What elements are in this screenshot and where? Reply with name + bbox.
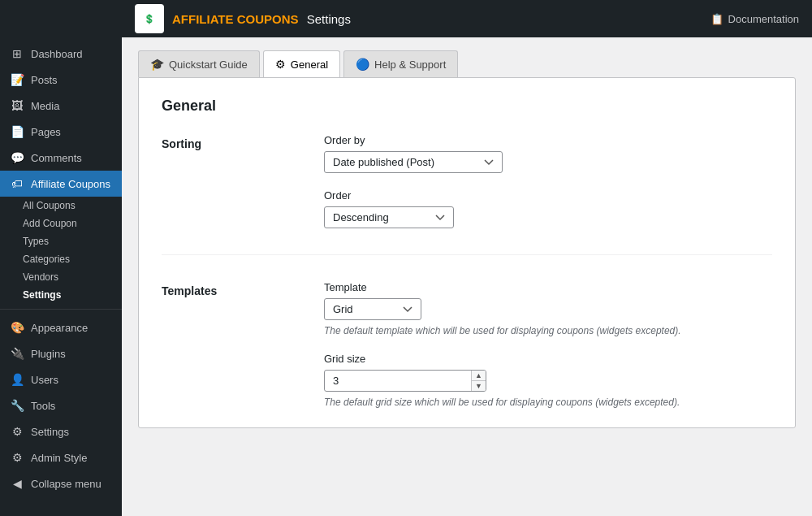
sidebar-item-settings[interactable]: ⚙ Settings [0,418,122,444]
users-icon: 👤 [10,373,24,386]
order-label: Order [324,189,772,202]
order-group: Order Descending Ascending [324,189,772,228]
sidebar-item-label: Settings [31,426,69,438]
sidebar: ⊞ Dashboard 📝 Posts 🖼 Media 📄 Pages 💬 Co… [0,37,122,516]
template-group: Template Grid List Compact The default t… [324,281,772,336]
tab-help-label: Help & Support [374,59,446,71]
submenu-categories[interactable]: Categories [0,250,122,268]
templates-label: Templates [162,281,292,408]
templates-fields: Template Grid List Compact The default t… [324,281,772,408]
template-hint: The default template which will be used … [324,325,772,336]
sidebar-item-tools[interactable]: 🔧 Tools [0,392,122,418]
tab-quickstart[interactable]: 🎓 Quickstart Guide [138,50,260,77]
sidebar-item-affiliate-coupons[interactable]: 🏷 Affiliate Coupons [0,171,122,197]
submenu-all-coupons[interactable]: All Coupons [0,197,122,215]
sidebar-item-label: Affiliate Coupons [31,178,110,190]
sidebar-item-collapse-menu[interactable]: ◀ Collapse menu [0,470,122,496]
pages-icon: 📄 [10,125,24,138]
sidebar-item-label: Appearance [31,322,88,334]
documentation-link[interactable]: 📋 Documentation [710,13,799,25]
grid-size-group: Grid size ▲ ▼ The default grid size whic… [324,353,772,408]
doc-icon: 📋 [710,13,723,25]
affiliate-coupons-icon: 🏷 [10,177,24,190]
sidebar-item-posts[interactable]: 📝 Posts [0,67,122,93]
brand-area: 💲 AFFILIATE COUPONS Settings [135,4,351,33]
sidebar-item-label: Media [31,100,59,112]
tab-general[interactable]: ⚙ General [263,50,340,77]
sidebar-item-label: Collapse menu [31,478,102,490]
template-label: Template [324,281,772,293]
main-layout: ⊞ Dashboard 📝 Posts 🖼 Media 📄 Pages 💬 Co… [0,37,812,516]
submenu-types[interactable]: Types [0,232,122,250]
tabs-bar: 🎓 Quickstart Guide ⚙ General 🔵 Help & Su… [122,37,812,77]
templates-row: Templates Template Grid List Compact The… [162,281,772,408]
template-select[interactable]: Grid List Compact [324,298,421,320]
appearance-icon: 🎨 [10,321,24,334]
tab-quickstart-label: Quickstart Guide [169,59,248,71]
content-card: General Sorting Order by Date published … [138,77,796,428]
order-select[interactable]: Descending Ascending [324,206,454,228]
quickstart-icon: 🎓 [150,58,164,71]
sorting-fields: Order by Date published (Post) Date modi… [324,134,772,228]
sorting-row: Sorting Order by Date published (Post) D… [162,134,772,255]
submenu-add-coupon[interactable]: Add Coupon [0,215,122,232]
submenu-settings[interactable]: Settings [0,286,122,304]
grid-size-wrapper: ▲ ▼ [324,370,486,392]
sidebar-item-comments[interactable]: 💬 Comments [0,145,122,171]
tab-general-label: General [291,59,328,71]
grid-size-label: Grid size [324,353,772,365]
sidebar-item-admin-style[interactable]: ⚙ Admin Style [0,444,122,470]
sidebar-item-label: Plugins [31,348,66,360]
sidebar-divider [0,309,122,310]
sidebar-item-users[interactable]: 👤 Users [0,366,122,392]
sidebar-item-label: Tools [31,400,55,412]
media-icon: 🖼 [10,99,24,112]
brand-name: AFFILIATE COUPONS [172,12,302,26]
tab-help-support[interactable]: 🔵 Help & Support [343,50,458,77]
order-by-select[interactable]: Date published (Post) Date modified (Pos… [324,151,503,173]
sidebar-item-media[interactable]: 🖼 Media [0,93,122,119]
brand-logo: 💲 [135,4,164,33]
collapse-menu-icon: ◀ [10,477,24,490]
sorting-label: Sorting [162,134,292,228]
sidebar-item-plugins[interactable]: 🔌 Plugins [0,340,122,366]
submenu-vendors[interactable]: Vendors [0,268,122,286]
grid-size-spinners: ▲ ▼ [471,371,486,391]
sidebar-item-label: Posts [31,74,58,86]
sidebar-item-dashboard[interactable]: ⊞ Dashboard [0,41,122,67]
sidebar-item-label: Admin Style [31,452,87,464]
sidebar-item-appearance[interactable]: 🎨 Appearance [0,314,122,340]
grid-size-hint: The default grid size which will be used… [324,397,772,408]
sidebar-item-label: Dashboard [31,48,83,60]
spin-down-button[interactable]: ▼ [472,381,486,391]
posts-icon: 📝 [10,73,24,86]
grid-size-input[interactable] [324,370,486,392]
order-by-group: Order by Date published (Post) Date modi… [324,134,772,173]
plugins-icon: 🔌 [10,347,24,360]
order-by-label: Order by [324,134,772,146]
sidebar-item-pages[interactable]: 📄 Pages [0,119,122,145]
spin-up-button[interactable]: ▲ [472,371,486,381]
section-title: General [162,98,772,115]
comments-icon: 💬 [10,151,24,164]
admin-style-icon: ⚙ [10,451,24,464]
brand-title: AFFILIATE COUPONS Settings [172,12,351,26]
top-bar: 💲 AFFILIATE COUPONS Settings 📋 Documenta… [0,0,812,37]
brand-settings-label: Settings [307,12,351,26]
tools-icon: 🔧 [10,399,24,412]
main-content: 🎓 Quickstart Guide ⚙ General 🔵 Help & Su… [122,37,812,516]
affiliate-coupons-submenu: All Coupons Add Coupon Types Categories … [0,197,122,304]
sidebar-item-label: Users [31,374,58,386]
help-icon: 🔵 [356,58,369,71]
sidebar-item-label: Pages [31,126,61,138]
sidebar-item-label: Comments [31,152,82,164]
settings-icon: ⚙ [10,425,24,438]
general-icon: ⚙ [275,58,286,71]
dashboard-icon: ⊞ [10,47,24,60]
